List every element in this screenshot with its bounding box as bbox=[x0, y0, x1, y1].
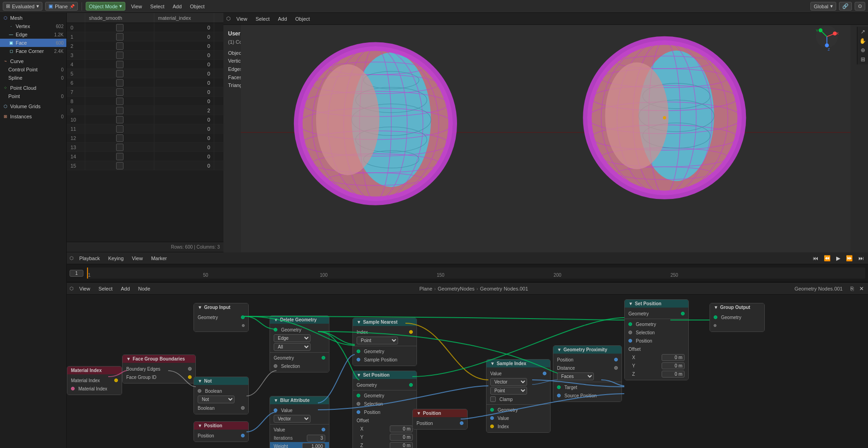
boundary-edges-socket[interactable] bbox=[188, 367, 192, 371]
sp2-z-input[interactable] bbox=[662, 371, 685, 378]
sn-geo-in-socket[interactable] bbox=[357, 349, 360, 353]
select-menu-ne[interactable]: Select bbox=[96, 285, 116, 292]
viewport-area[interactable]: ⬡ View Select Add Object User Orthograph… bbox=[223, 13, 868, 252]
shade-smooth-checkbox[interactable] bbox=[116, 134, 123, 142]
face-group-id-socket[interactable] bbox=[188, 375, 192, 379]
si-type-select[interactable]: Vector bbox=[490, 378, 527, 386]
shade-smooth-checkbox[interactable] bbox=[116, 107, 123, 114]
add-menu-ne[interactable]: Add bbox=[118, 285, 133, 292]
point-item[interactable]: Point 0 bbox=[0, 92, 66, 100]
volume-grids-item[interactable]: ⬡ Volume Grids bbox=[0, 102, 66, 111]
sp2-x-input[interactable] bbox=[662, 354, 685, 361]
view-menu-ne[interactable]: View bbox=[76, 285, 93, 292]
jump-end-btn[interactable]: ⏭ bbox=[857, 255, 865, 262]
group-input-node[interactable]: ▼ Group Input Geometry bbox=[194, 303, 249, 332]
si-geo-in-socket[interactable] bbox=[490, 408, 494, 412]
sn-sample-pos-socket[interactable] bbox=[357, 358, 360, 361]
go-geo-in-socket[interactable] bbox=[714, 315, 717, 319]
blur-iterations-input[interactable] bbox=[307, 435, 325, 442]
delete-geometry-node[interactable]: ▼ Delete Geometry Geometry Edge bbox=[270, 315, 329, 372]
del-geo-sel-socket[interactable] bbox=[274, 364, 277, 368]
gp-target-socket[interactable] bbox=[557, 385, 561, 389]
sp1-z-input[interactable] bbox=[390, 442, 413, 448]
blur-type-select[interactable]: Vector bbox=[274, 415, 311, 423]
face-group-boundaries-node[interactable]: ▼ Face Group Boundaries Boundary Edges F… bbox=[122, 355, 196, 384]
sp2-pos-socket[interactable] bbox=[628, 339, 632, 343]
sp1-sel-socket[interactable] bbox=[357, 402, 360, 406]
gp-pos-out-socket[interactable] bbox=[614, 358, 618, 361]
shade-smooth-checkbox[interactable] bbox=[116, 42, 123, 50]
shade-smooth-checkbox[interactable] bbox=[116, 70, 123, 77]
mesh-item[interactable]: ⬡ Mesh bbox=[0, 14, 66, 22]
sample-nearest-node[interactable]: ▼ Sample Nearest Index Point bbox=[352, 318, 417, 366]
sp1-x-input[interactable] bbox=[390, 425, 413, 432]
sn-index-out-socket[interactable] bbox=[409, 330, 413, 334]
del-geo-mode2[interactable]: All bbox=[274, 343, 311, 351]
si-idx-in-socket[interactable] bbox=[490, 425, 494, 428]
sp1-y-input[interactable] bbox=[390, 434, 413, 441]
select-menu-3d[interactable]: Select bbox=[147, 3, 167, 10]
snap-btn[interactable]: 🔗 bbox=[839, 2, 852, 11]
proportional-btn[interactable]: ⊙ bbox=[855, 2, 865, 11]
sp1-geo-out-socket[interactable] bbox=[409, 383, 413, 387]
sp2-geo-in-socket[interactable] bbox=[628, 322, 632, 326]
material-index-node[interactable]: Material Index Material Index Material I… bbox=[67, 366, 122, 395]
vertex-item[interactable]: · Vertex 602 bbox=[0, 22, 66, 30]
set-position-2-node[interactable]: ▼ Set Position Geometry Geometry bbox=[624, 299, 689, 380]
position-node-bottom[interactable]: ▼ Position Position bbox=[412, 409, 468, 430]
del-geo-in-socket[interactable] bbox=[274, 328, 277, 332]
blur-attribute-node[interactable]: ▼ Blur Attribute Value Vector bbox=[270, 396, 329, 448]
blur-weight-input[interactable] bbox=[302, 443, 325, 448]
shade-smooth-checkbox[interactable] bbox=[116, 52, 123, 59]
extra-out-socket[interactable] bbox=[242, 324, 245, 327]
sp2-geo-out-socket[interactable] bbox=[681, 312, 685, 315]
material-index-in-socket[interactable] bbox=[71, 387, 75, 390]
breadcrumb-geonodes001[interactable]: Geometry Nodes.001 bbox=[480, 286, 528, 291]
control-point-item[interactable]: Control Point 0 bbox=[0, 65, 66, 74]
si-clamp-cb[interactable] bbox=[490, 396, 496, 402]
marker-menu[interactable]: Marker bbox=[148, 255, 170, 262]
blur-val-out-socket[interactable] bbox=[322, 428, 325, 431]
position-top-out-socket[interactable] bbox=[241, 434, 245, 437]
sp2-y-input[interactable] bbox=[662, 362, 685, 369]
del-geo-mode1[interactable]: Edge bbox=[274, 334, 311, 342]
jump-start-btn[interactable]: ⏮ bbox=[811, 255, 820, 262]
geometry-out-socket[interactable] bbox=[241, 315, 245, 319]
workspace-dropdown[interactable]: ⊞ Evaluated ▾ bbox=[3, 2, 42, 11]
shade-smooth-checkbox[interactable] bbox=[116, 88, 123, 96]
group-output-node[interactable]: ▼ Group Output Geometry bbox=[710, 303, 765, 332]
curve-item[interactable]: ~ Curve bbox=[0, 57, 66, 65]
not-bool-in-socket[interactable] bbox=[198, 389, 201, 393]
shade-smooth-checkbox[interactable] bbox=[116, 24, 123, 31]
not-node[interactable]: ▼ Not Boolean Not bbox=[194, 377, 249, 414]
edge-item[interactable]: — Edge 1.2K bbox=[0, 30, 66, 39]
not-bool-out-socket[interactable] bbox=[241, 406, 245, 410]
position-node-top[interactable]: ▼ Position Position bbox=[194, 421, 249, 442]
geometry-proximity-node[interactable]: ▼ Geometry Proximity Position Distance bbox=[553, 345, 622, 402]
step-fwd-btn[interactable]: ⏩ bbox=[845, 255, 854, 262]
spline-item[interactable]: Spline 0 bbox=[0, 74, 66, 82]
not-mode-select[interactable]: Not bbox=[198, 396, 235, 403]
shade-smooth-checkbox[interactable] bbox=[116, 125, 123, 133]
playback-menu[interactable]: Playback bbox=[76, 255, 103, 262]
select-menu-vp[interactable]: Select bbox=[253, 15, 273, 23]
gp-source-pos-socket[interactable] bbox=[557, 394, 561, 397]
face-corner-item[interactable]: ◻ Face Corner 2.4K bbox=[0, 47, 66, 55]
timeline-ruler[interactable]: 1 50 100 150 200 250 bbox=[86, 268, 865, 279]
shade-smooth-checkbox[interactable] bbox=[116, 33, 123, 41]
node-menu-ne[interactable]: Node bbox=[135, 285, 153, 292]
shade-smooth-checkbox[interactable] bbox=[116, 79, 123, 87]
shade-smooth-checkbox[interactable] bbox=[116, 144, 123, 151]
sp1-geo-in-socket[interactable] bbox=[357, 394, 360, 397]
play-btn[interactable]: ▶ bbox=[835, 255, 842, 262]
breadcrumb-geonodes[interactable]: GeometryNodes bbox=[438, 286, 475, 291]
object-menu-3d[interactable]: Object bbox=[187, 3, 207, 10]
pos-bottom-out-socket[interactable] bbox=[460, 421, 463, 425]
si-val-in-socket[interactable] bbox=[490, 416, 494, 420]
sidebar-tool-1[interactable]: ↗ bbox=[861, 29, 865, 35]
add-menu-3d[interactable]: Add bbox=[170, 3, 185, 10]
object-mode-btn[interactable]: Object Mode ▾ bbox=[86, 2, 125, 11]
copy-node-btn[interactable]: ⎘ bbox=[849, 285, 855, 292]
gp-mode-select[interactable]: Faces bbox=[557, 372, 594, 380]
sp2-sel-socket[interactable] bbox=[628, 331, 632, 334]
